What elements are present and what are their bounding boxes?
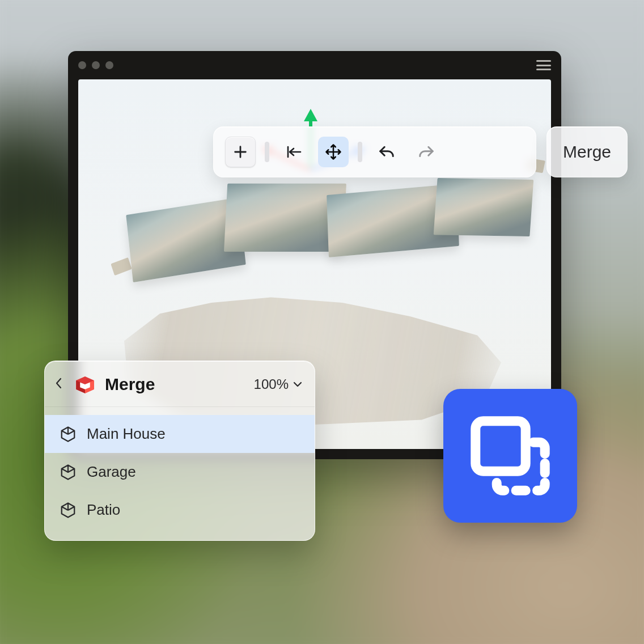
space-item-patio[interactable]: Patio <box>45 491 315 529</box>
space-list: Main House Garage Patio <box>45 407 315 540</box>
space-item-main-house[interactable]: Main House <box>45 415 315 453</box>
matterport-logo-icon <box>73 372 97 396</box>
undo-button[interactable] <box>371 137 402 167</box>
plus-icon <box>232 144 248 160</box>
viewport-toolbar <box>213 126 536 177</box>
window-close-dot[interactable] <box>78 61 86 69</box>
svg-rect-0 <box>476 421 526 471</box>
chevron-left-icon <box>56 378 62 389</box>
move-button[interactable] <box>318 137 349 167</box>
chevron-down-icon <box>293 379 302 389</box>
toolbar-separator <box>358 142 362 162</box>
window-zoom-dot[interactable] <box>105 61 113 69</box>
window-minimize-dot[interactable] <box>92 61 100 69</box>
move-icon <box>325 143 342 160</box>
align-start-button[interactable] <box>278 137 309 167</box>
cube-icon <box>60 502 77 519</box>
back-button[interactable] <box>53 378 65 392</box>
toolbar-separator <box>265 142 269 162</box>
align-start-icon <box>285 144 303 160</box>
model-floating-mesh <box>129 166 526 311</box>
merge-panel: Merge 100% Main House Garage <box>44 361 315 541</box>
undo-icon <box>378 145 395 159</box>
space-item-label: Patio <box>87 501 120 519</box>
space-item-garage[interactable]: Garage <box>45 453 315 491</box>
menu-icon[interactable] <box>536 60 551 70</box>
window-controls <box>78 61 113 69</box>
merge-spaces-icon <box>462 408 558 504</box>
redo-icon <box>418 145 435 159</box>
cube-icon <box>60 426 77 443</box>
brand-logo <box>73 372 97 396</box>
add-button[interactable] <box>225 137 256 167</box>
merge-button-label: Merge <box>563 142 611 162</box>
window-titlebar <box>68 51 561 79</box>
merge-panel-title: Merge <box>105 375 155 394</box>
cube-icon <box>60 464 77 481</box>
zoom-selector[interactable]: 100% <box>254 376 302 392</box>
space-item-label: Main House <box>87 425 166 443</box>
merge-feature-tile <box>443 389 577 523</box>
merge-button[interactable]: Merge <box>546 126 628 177</box>
merge-panel-header: Merge 100% <box>45 361 315 407</box>
redo-button[interactable] <box>411 137 442 167</box>
space-item-label: Garage <box>87 463 136 481</box>
zoom-value: 100% <box>254 376 289 392</box>
